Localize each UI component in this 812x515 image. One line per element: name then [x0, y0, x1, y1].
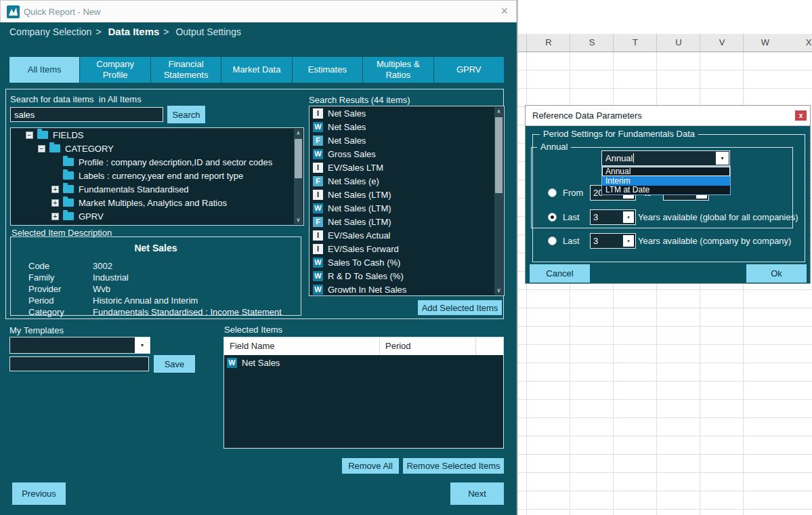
tree-item-label: Labels : currency,year end and report ty…: [79, 171, 243, 181]
dropdown-option-interim[interactable]: Interim: [602, 176, 730, 186]
add-selected-items-button[interactable]: Add Selected Items: [418, 300, 502, 315]
remove-selected-items-button[interactable]: Remove Selected Items: [403, 458, 504, 474]
collapse-icon[interactable]: −: [38, 145, 45, 152]
folder-icon: [37, 131, 48, 139]
description-row: Provider Wvb: [28, 283, 297, 295]
search-result-item[interactable]: INet Sales: [309, 106, 504, 120]
search-result-item[interactable]: IEV/Sales Actual: [309, 228, 504, 242]
expand-icon[interactable]: +: [51, 213, 59, 220]
tree-item[interactable]: − CATEGORY: [11, 142, 303, 155]
chevron-down-icon[interactable]: ▾: [623, 211, 634, 223]
save-button[interactable]: Save: [154, 355, 195, 373]
search-result-item[interactable]: FNet Sales (e): [309, 174, 504, 188]
tab-all-items[interactable]: All Items: [9, 57, 79, 83]
scroll-up-icon[interactable]: ∧: [494, 107, 503, 116]
breadcrumb-data-items[interactable]: Data Items: [108, 26, 159, 37]
column-header-field-name[interactable]: Field Name: [224, 337, 380, 355]
excel-col-header[interactable]: R: [527, 34, 570, 52]
tab-financial-statements[interactable]: Financial Statements: [151, 57, 221, 83]
excel-col-header[interactable]: U: [657, 34, 700, 52]
from-radio[interactable]: [548, 188, 557, 197]
scroll-down-icon[interactable]: ∨: [294, 215, 303, 224]
dropdown-option-annual[interactable]: Annual: [602, 167, 730, 176]
search-result-item[interactable]: WNet Sales (LTM): [309, 201, 504, 215]
last-company-label: Last: [563, 236, 580, 246]
description-value: Industrial: [93, 272, 129, 283]
close-icon[interactable]: x: [795, 110, 807, 121]
cancel-button[interactable]: Cancel: [530, 264, 590, 283]
table-row[interactable]: W Net Sales: [224, 355, 503, 370]
remove-all-button[interactable]: Remove All: [342, 458, 399, 474]
search-result-item[interactable]: WGrowth In Net Sales: [309, 283, 504, 296]
tree-scrollbar[interactable]: ∧ ∨: [294, 129, 303, 224]
tab-estimates[interactable]: Estimates: [293, 57, 362, 83]
tree-item[interactable]: + Fundamentals Standardised: [11, 182, 303, 196]
search-result-item[interactable]: INet Sales (LTM): [309, 188, 504, 201]
tab-multiples-ratios[interactable]: Multiples & Ratios: [363, 57, 433, 83]
table-header: Field Name Period: [224, 337, 503, 355]
excel-col-header[interactable]: X: [787, 34, 812, 52]
search-input[interactable]: [10, 107, 163, 122]
excel-col-header[interactable]: V: [700, 34, 744, 52]
result-label: EV/Sales LTM: [328, 163, 383, 173]
period-type-combobox[interactable]: Annual ▾: [601, 150, 730, 166]
tree-item-label: GPRV: [79, 211, 104, 222]
excel-col-header[interactable]: S: [570, 34, 614, 52]
search-result-item[interactable]: FNet Sales: [309, 133, 504, 147]
description-row: Family Industrial: [28, 272, 297, 283]
result-label: Growth In Net Sales: [328, 285, 406, 295]
search-result-item[interactable]: IEV/Sales Forward: [309, 242, 504, 255]
ref-dialog-title: Reference Data Parameters: [532, 106, 642, 125]
templates-dropdown[interactable]: ▾: [9, 337, 150, 354]
collapse-icon[interactable]: −: [26, 131, 33, 139]
search-button[interactable]: Search: [167, 106, 205, 123]
result-label: Net Sales: [328, 122, 366, 132]
expand-icon[interactable]: +: [51, 199, 59, 207]
chevron-down-icon[interactable]: ▾: [716, 152, 729, 165]
chevron-down-icon[interactable]: ▾: [135, 337, 150, 353]
scroll-up-icon[interactable]: ∧: [294, 129, 303, 138]
tab-company-profile[interactable]: Company Profile: [80, 57, 150, 83]
titlebar: Quick Report - New ×: [0, 0, 517, 22]
search-result-item[interactable]: IEV/Sales LTM: [309, 161, 504, 174]
last-company-count-dropdown[interactable]: 3 ▾: [590, 233, 636, 249]
provider-badge-icon: W: [227, 358, 237, 368]
column-header-period[interactable]: Period: [380, 337, 476, 355]
last-global-radio[interactable]: [548, 213, 557, 222]
provider-badge-icon: W: [313, 122, 323, 132]
template-name-input[interactable]: [9, 356, 149, 371]
results-heading: Search Results (44 items): [309, 95, 410, 105]
tree-item[interactable]: + Market Multiples, Analytics and Ratios: [11, 196, 303, 209]
last-global-count-value: 3: [593, 212, 598, 222]
tree-item[interactable]: − FIELDS: [11, 128, 303, 142]
results-scrollbar[interactable]: ∧ ∨: [494, 107, 503, 295]
search-result-item[interactable]: WNet Sales: [309, 120, 504, 133]
scrollbar-thumb[interactable]: [495, 117, 503, 193]
scrollbar-thumb[interactable]: [295, 139, 302, 178]
search-result-item[interactable]: FNet Sales (LTM): [309, 215, 504, 228]
search-result-item[interactable]: WR & D To Sales (%): [309, 269, 504, 283]
scroll-down-icon[interactable]: ∨: [494, 286, 503, 295]
dropdown-option-ltm-at-date[interactable]: LTM at Date: [602, 186, 730, 194]
last-company-radio[interactable]: [548, 236, 557, 245]
expand-icon[interactable]: +: [51, 186, 59, 193]
excel-col-header[interactable]: W: [744, 34, 787, 52]
close-icon[interactable]: ×: [500, 1, 508, 22]
tree-item[interactable]: Profile : company description,ID and sec…: [11, 155, 303, 169]
excel-col-header[interactable]: T: [614, 34, 657, 52]
breadcrumb-company-selection[interactable]: Company Selection: [9, 26, 91, 37]
tree-item[interactable]: + GPRV: [11, 209, 303, 223]
next-button[interactable]: Next: [450, 482, 504, 505]
last-global-count-dropdown[interactable]: 3 ▾: [590, 209, 636, 225]
provider-badge-icon: I: [313, 163, 323, 173]
tab-gprv[interactable]: GPRV: [434, 57, 504, 83]
breadcrumb-output-settings[interactable]: Output Settings: [175, 26, 241, 37]
search-result-item[interactable]: WGross Sales: [309, 147, 504, 161]
tab-market-data[interactable]: Market Data: [221, 57, 291, 83]
ok-button[interactable]: Ok: [746, 264, 807, 283]
chevron-down-icon[interactable]: ▾: [623, 235, 634, 247]
annual-group-label: Annual: [537, 142, 571, 152]
tree-item[interactable]: Labels : currency,year end and report ty…: [11, 169, 303, 182]
search-result-item[interactable]: WSales To Cash (%): [309, 255, 504, 269]
previous-button[interactable]: Previous: [12, 482, 66, 505]
